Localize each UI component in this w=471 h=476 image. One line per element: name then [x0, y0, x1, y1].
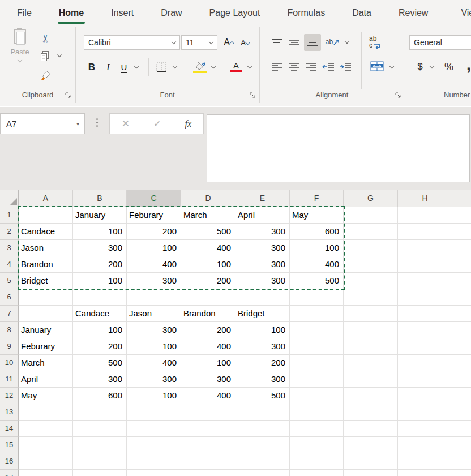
- cell-G12[interactable]: [344, 388, 398, 404]
- alignment-dialog-launcher[interactable]: [395, 92, 403, 100]
- font-size-combo[interactable]: 11: [181, 35, 217, 50]
- cell-I7[interactable]: [452, 306, 471, 322]
- cell-I9[interactable]: [452, 338, 471, 355]
- cell-F17[interactable]: [290, 470, 344, 476]
- cell-G6[interactable]: [344, 289, 398, 306]
- cell-A11[interactable]: April: [19, 371, 73, 388]
- cell-C15[interactable]: [127, 437, 181, 453]
- column-header-A[interactable]: A: [19, 190, 73, 207]
- cell-B1[interactable]: January: [73, 207, 127, 224]
- cell-E7[interactable]: Bridget: [236, 306, 290, 322]
- cell-D3[interactable]: 400: [181, 240, 236, 256]
- align-left-button[interactable]: [269, 59, 285, 74]
- cell-I4[interactable]: [452, 256, 471, 273]
- paste-dropdown-chevron[interactable]: [18, 58, 22, 62]
- cell-B10[interactable]: 500: [73, 355, 127, 371]
- column-header-D[interactable]: D: [181, 190, 236, 207]
- tab-page-layout[interactable]: Page Layout: [196, 0, 274, 25]
- copy-dropdown-chevron[interactable]: [55, 52, 63, 59]
- cell-I1[interactable]: [452, 207, 471, 224]
- cell-H7[interactable]: [398, 306, 452, 322]
- cell-I11[interactable]: [452, 371, 471, 388]
- cell-A7[interactable]: [19, 306, 73, 322]
- cell-E15[interactable]: [236, 437, 290, 453]
- select-all-button[interactable]: [0, 190, 19, 207]
- cell-C6[interactable]: [127, 289, 181, 306]
- cell-B6[interactable]: [73, 289, 127, 306]
- cell-G3[interactable]: [344, 240, 398, 256]
- cell-F14[interactable]: [290, 421, 344, 437]
- bottom-align-button[interactable]: [304, 34, 321, 51]
- cell-H6[interactable]: [398, 289, 452, 306]
- accounting-dropdown-chevron[interactable]: [428, 63, 436, 71]
- cell-G7[interactable]: [344, 306, 398, 322]
- accounting-format-button[interactable]: $: [414, 58, 426, 75]
- tab-view[interactable]: View: [447, 0, 471, 25]
- cell-I2[interactable]: [452, 224, 471, 240]
- cell-I17[interactable]: [452, 470, 471, 476]
- cell-C5[interactable]: 300: [127, 273, 181, 289]
- cell-B14[interactable]: [73, 421, 127, 437]
- cell-C14[interactable]: [127, 421, 181, 437]
- cell-B4[interactable]: 200: [73, 256, 127, 273]
- cell-D16[interactable]: [181, 453, 236, 470]
- cell-H5[interactable]: [398, 273, 452, 289]
- cell-E2[interactable]: 300: [236, 224, 290, 240]
- cell-E4[interactable]: 300: [236, 256, 290, 273]
- merge-dropdown-chevron[interactable]: [388, 63, 396, 71]
- cell-F13[interactable]: [290, 404, 344, 421]
- paste-button[interactable]: Paste: [5, 29, 35, 85]
- cell-H2[interactable]: [398, 224, 452, 240]
- cell-D12[interactable]: 400: [181, 388, 236, 404]
- cell-D6[interactable]: [181, 289, 236, 306]
- cell-I16[interactable]: [452, 453, 471, 470]
- tab-file[interactable]: File: [3, 0, 45, 25]
- cell-H17[interactable]: [398, 470, 452, 476]
- cell-A4[interactable]: Brandon: [19, 256, 73, 273]
- cell-C16[interactable]: [127, 453, 181, 470]
- column-header-F[interactable]: F: [290, 190, 344, 207]
- cell-G14[interactable]: [344, 421, 398, 437]
- cell-C13[interactable]: [127, 404, 181, 421]
- cell-E5[interactable]: 300: [236, 273, 290, 289]
- clipboard-dialog-launcher[interactable]: [65, 92, 72, 100]
- cell-G16[interactable]: [344, 453, 398, 470]
- align-right-button[interactable]: [303, 59, 319, 74]
- cell-E1[interactable]: April: [236, 207, 290, 224]
- cell-H3[interactable]: [398, 240, 452, 256]
- cell-F15[interactable]: [290, 437, 344, 453]
- row-header-8[interactable]: 8: [0, 322, 19, 338]
- row-header-15[interactable]: 15: [0, 437, 19, 453]
- increase-indent-button[interactable]: [337, 59, 353, 74]
- cell-F7[interactable]: [290, 306, 344, 322]
- orientation-button[interactable]: ab: [324, 34, 342, 50]
- cell-C3[interactable]: 100: [127, 240, 181, 256]
- cell-F2[interactable]: 600: [290, 224, 344, 240]
- row-header-14[interactable]: 14: [0, 421, 19, 437]
- cell-F12[interactable]: [290, 388, 344, 404]
- column-header-G[interactable]: G: [344, 190, 398, 207]
- middle-align-button[interactable]: [286, 35, 302, 50]
- merge-center-button[interactable]: [368, 58, 386, 74]
- cell-I10[interactable]: [452, 355, 471, 371]
- cell-E17[interactable]: [236, 470, 290, 476]
- cell-D5[interactable]: 200: [181, 273, 236, 289]
- fill-color-dropdown-chevron[interactable]: [209, 63, 217, 71]
- cell-H11[interactable]: [398, 371, 452, 388]
- column-header-H[interactable]: H: [398, 190, 452, 207]
- cell-A13[interactable]: [19, 404, 73, 421]
- cell-H4[interactable]: [398, 256, 452, 273]
- row-header-3[interactable]: 3: [0, 240, 19, 256]
- cell-E9[interactable]: 300: [236, 338, 290, 355]
- cell-A2[interactable]: Candace: [19, 224, 73, 240]
- cell-E12[interactable]: 500: [236, 388, 290, 404]
- cell-C11[interactable]: 300: [127, 371, 181, 388]
- cell-G17[interactable]: [344, 470, 398, 476]
- row-header-1[interactable]: 1: [0, 207, 19, 224]
- cell-C4[interactable]: 400: [127, 256, 181, 273]
- cell-B5[interactable]: 100: [73, 273, 127, 289]
- cell-I3[interactable]: [452, 240, 471, 256]
- cell-F1[interactable]: May: [290, 207, 344, 224]
- cell-C10[interactable]: 400: [127, 355, 181, 371]
- formula-bar-drag-handle[interactable]: [96, 118, 98, 120]
